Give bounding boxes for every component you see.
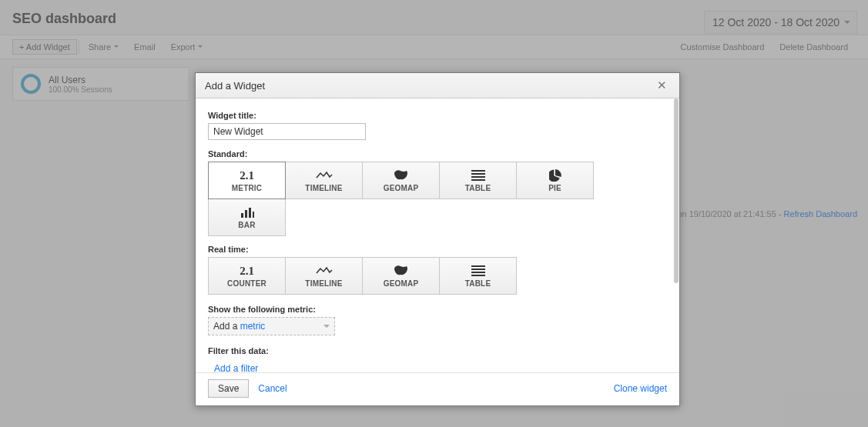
metric-add-link: metric [240,321,266,332]
widget-type-timeline[interactable]: TIMELINE [285,162,363,199]
svg-rect-11 [471,275,485,276]
standard-label: Standard: [208,149,667,158]
geo-icon [394,168,409,182]
svg-rect-10 [471,272,485,273]
widget-type-label: COUNTER [227,279,266,288]
widget-type-label: TABLE [465,184,491,192]
clone-widget-link[interactable]: Clone widget [614,383,667,394]
widget-type-pie[interactable]: PIE [516,162,594,199]
close-icon[interactable]: ✕ [654,78,670,92]
widget-type-metric[interactable]: 2.1METRIC [208,162,286,199]
realtime-type-grid: 2.1COUNTERTIMELINEGEOMAPTABLE [208,257,667,294]
modal-title: Add a Widget [205,80,265,92]
widget-title-input[interactable] [208,123,366,140]
widget-type-label: GEOMAP [384,279,419,288]
svg-rect-6 [249,208,251,218]
widget-type-table[interactable]: TABLE [439,257,517,295]
timeline-icon [316,264,333,278]
svg-rect-4 [241,213,243,218]
widget-type-label: METRIC [232,184,263,192]
widget-type-timeline[interactable]: TIMELINE [285,257,363,295]
add-widget-modal: Add a Widget ✕ Widget title: Standard: 2… [195,72,680,406]
realtime-label: Real time: [208,245,667,254]
widget-type-label: PIE [548,184,561,192]
bar-icon [240,205,254,219]
cancel-button[interactable]: Cancel [258,383,287,394]
svg-rect-8 [471,265,485,267]
widget-type-label: TABLE [465,279,491,288]
num-icon: 2.1 [240,264,254,278]
scrollbar-thumb[interactable] [674,98,679,283]
svg-rect-1 [471,173,485,175]
filter-label: Filter this data: [208,346,667,355]
widget-title-label: Widget title: [208,111,667,120]
table-icon [471,168,485,182]
add-filter-link[interactable]: Add a filter [208,359,258,372]
svg-rect-0 [471,170,485,172]
svg-rect-2 [471,176,485,178]
metric-label: Show the following metric: [208,305,667,314]
widget-type-geomap[interactable]: GEOMAP [362,162,440,199]
timeline-icon [316,168,333,182]
widget-type-label: TIMELINE [305,279,342,288]
save-button[interactable]: Save [208,379,249,398]
widget-type-counter[interactable]: 2.1COUNTER [208,257,286,295]
geo-icon [394,264,409,278]
table-icon [471,264,485,278]
widget-type-bar[interactable]: BAR [208,198,286,236]
standard-type-grid: 2.1METRICTIMELINEGEOMAPTABLEPIEBAR [208,162,667,235]
svg-rect-3 [471,179,485,181]
metric-add-text: Add a [213,321,240,332]
num-icon: 2.1 [240,168,254,182]
widget-type-geomap[interactable]: GEOMAP [362,257,440,295]
add-metric-dropdown[interactable]: Add a metric [208,317,335,335]
pie-icon [549,168,561,182]
widget-type-label: TIMELINE [305,184,342,192]
widget-type-label: BAR [238,221,255,229]
svg-rect-9 [471,269,485,270]
svg-rect-7 [253,212,254,218]
widget-type-label: GEOMAP [384,184,419,192]
svg-rect-5 [245,210,247,218]
widget-type-table[interactable]: TABLE [439,162,517,199]
